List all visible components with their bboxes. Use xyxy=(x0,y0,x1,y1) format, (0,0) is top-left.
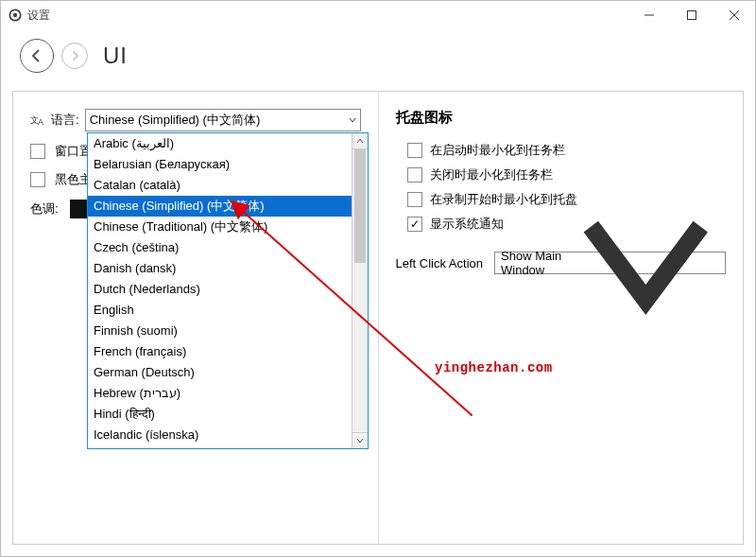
nav-forward-button xyxy=(61,43,88,69)
language-option[interactable]: Belarusian (Беларуская) xyxy=(88,154,352,175)
left-click-action-row: Left Click Action Show Main Window xyxy=(396,252,727,274)
watermark-text: yinghezhan.com xyxy=(435,360,553,375)
right-column: 托盘图标 在启动时最小化到任务栏 关闭时最小化到任务栏 在录制开始时最小化到托盘… xyxy=(378,92,744,544)
scroll-up-button[interactable] xyxy=(352,133,368,149)
window-on-top-checkbox[interactable] xyxy=(30,144,45,159)
language-listbox-inner: Arabic (العربية)Belarusian (Беларуская)C… xyxy=(88,133,352,448)
tray-cb1-checkbox[interactable] xyxy=(407,143,422,158)
hue-label: 色调: xyxy=(30,200,59,218)
window-title: 设置 xyxy=(27,8,50,24)
tray-cb3-checkbox[interactable] xyxy=(407,192,422,207)
language-option[interactable]: Icelandic (íslenska) xyxy=(88,425,352,445)
language-option[interactable]: Danish (dansk) xyxy=(88,258,352,279)
content-panel: 文 A 语言: Chinese (Simplified) (中文简体) 窗口置顶… xyxy=(12,91,744,545)
scroll-down-button[interactable] xyxy=(352,432,368,448)
scroll-thumb[interactable] xyxy=(354,149,366,263)
tray-section-title: 托盘图标 xyxy=(396,109,727,127)
listbox-scrollbar[interactable] xyxy=(352,133,368,448)
maximize-button[interactable] xyxy=(670,1,713,29)
window-controls xyxy=(627,1,755,29)
language-option[interactable]: English xyxy=(88,300,352,321)
titlebar-left: 设置 xyxy=(9,8,50,24)
left-click-action-label: Left Click Action xyxy=(396,256,484,270)
tray-cb3-label: 在录制开始时最小化到托盘 xyxy=(430,191,577,208)
settings-window: 设置 UI 文 A xyxy=(0,0,756,557)
tray-cb4-checkbox[interactable] xyxy=(407,217,422,232)
language-option[interactable]: Finnish (suomi) xyxy=(88,321,352,341)
language-option[interactable]: Hebrew (עברית) xyxy=(88,383,352,404)
tray-cb2-label: 关闭时最小化到任务栏 xyxy=(430,166,553,183)
nav-back-button[interactable] xyxy=(20,39,54,73)
tray-cb2-row: 关闭时最小化到任务栏 xyxy=(396,166,727,183)
language-option[interactable]: French (français) xyxy=(88,341,352,362)
page-title: UI xyxy=(103,43,128,69)
left-column: 文 A 语言: Chinese (Simplified) (中文简体) 窗口置顶… xyxy=(13,92,378,544)
left-click-action-combo[interactable]: Show Main Window xyxy=(494,252,726,274)
chevron-down-icon xyxy=(349,116,356,124)
dark-theme-checkbox[interactable] xyxy=(30,172,45,187)
language-listbox[interactable]: Arabic (العربية)Belarusian (Беларуская)C… xyxy=(87,132,369,449)
language-option[interactable]: Chinese (Simplified) (中文简体) xyxy=(88,196,352,217)
language-option[interactable]: Indonesian (Indonesia) xyxy=(88,445,352,448)
app-icon xyxy=(9,9,22,22)
tray-cb4-label: 显示系统通知 xyxy=(430,216,504,233)
language-option[interactable]: Catalan (català) xyxy=(88,175,352,196)
language-option[interactable]: Hindi (हिन्दी) xyxy=(88,404,352,425)
svg-rect-3 xyxy=(687,11,696,20)
language-option[interactable]: Czech (čeština) xyxy=(88,237,352,258)
left-click-action-value: Show Main Window xyxy=(501,249,573,277)
translate-icon: 文 A xyxy=(30,113,45,127)
chevron-down-icon xyxy=(573,190,719,337)
svg-point-1 xyxy=(13,13,17,17)
language-label: 语言: xyxy=(51,112,79,129)
tray-cb2-checkbox[interactable] xyxy=(407,167,422,183)
language-option[interactable]: German (Deutsch) xyxy=(88,362,352,383)
language-option[interactable]: Arabic (العربية) xyxy=(88,133,352,154)
close-button[interactable] xyxy=(713,1,755,29)
scroll-track[interactable] xyxy=(352,149,368,432)
titlebar: 设置 xyxy=(1,1,755,29)
language-row: 文 A 语言: Chinese (Simplified) (中文简体) xyxy=(30,109,361,131)
minimize-button[interactable] xyxy=(627,1,670,29)
tray-cb1-row: 在启动时最小化到任务栏 xyxy=(396,142,727,159)
navbar: UI xyxy=(1,29,755,81)
language-option[interactable]: Chinese (Traditional) (中文繁体) xyxy=(88,217,352,237)
tray-cb1-label: 在启动时最小化到任务栏 xyxy=(430,142,565,159)
language-combo[interactable]: Chinese (Simplified) (中文简体) xyxy=(85,109,361,131)
language-combo-value: Chinese (Simplified) (中文简体) xyxy=(90,112,261,129)
language-option[interactable]: Dutch (Nederlands) xyxy=(88,279,352,300)
svg-text:A: A xyxy=(38,117,43,127)
